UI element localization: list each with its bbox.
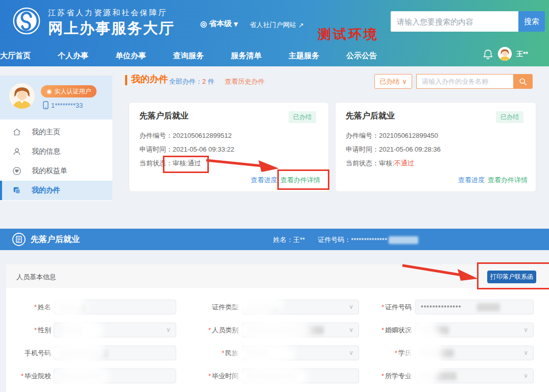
home-icon — [12, 128, 21, 137]
required-icon: * — [208, 326, 211, 334]
id-number-field[interactable]: ************** — [415, 300, 534, 314]
gender-label: *性别 — [6, 326, 51, 335]
redaction-blur — [389, 236, 418, 244]
redacted-value — [247, 303, 278, 311]
graduate-school-field[interactable] — [54, 369, 176, 383]
required-icon: * — [208, 372, 211, 380]
document-circle-icon — [12, 233, 26, 246]
sidebar-menu: 我的主页 我的信息 我的权益单 — [0, 122, 112, 200]
nav-item-service-list[interactable]: 服务清单 — [231, 51, 261, 61]
main-nav: 大厅首页 个人办事 单位办事 查询服务 服务清单 主题服务 公示公告 — [0, 45, 549, 66]
case-card: 先落户后就业 已办结 办件编号：2021050612899512 申请时间：20… — [129, 102, 329, 192]
redacted-value — [59, 326, 82, 334]
name-label: *姓名 — [6, 303, 51, 312]
required-icon: * — [34, 326, 37, 334]
case-search-input[interactable] — [416, 74, 513, 89]
case-number-row: 办件编号：2021050612899512 — [139, 131, 232, 140]
chevron-down-icon: ∨ — [166, 326, 171, 333]
org-name: 江苏省人力资源和社会保障厅 — [48, 8, 168, 18]
caret-down-icon: ▾ — [234, 19, 238, 29]
case-search-button[interactable] — [513, 74, 533, 89]
education-select[interactable]: ∨ — [415, 346, 534, 360]
region-selector[interactable]: ◎ 省本级 ▾ — [200, 19, 238, 29]
nav-item-home[interactable]: 大厅首页 — [0, 51, 31, 61]
site-logo-icon[interactable] — [12, 7, 41, 35]
region-label: 省本级 — [209, 19, 232, 29]
gender-select[interactable]: ∨ — [54, 323, 176, 337]
required-icon: * — [381, 372, 384, 380]
section-accent-bar — [125, 75, 127, 85]
marital-status-select[interactable]: ∨ — [415, 323, 534, 337]
graduation-date-field[interactable] — [242, 369, 359, 383]
print-settle-letter-button[interactable]: 打印落户联系函 — [487, 271, 536, 283]
profile-avatar — [9, 83, 35, 109]
sidebar-item-label: 我的权益单 — [32, 166, 67, 176]
sidebar-item-my-cases[interactable]: 我的办件 — [0, 181, 112, 200]
education-label: *学历 — [349, 349, 412, 358]
external-link-icon: ↗ — [298, 21, 304, 29]
status-filter-select[interactable]: 已办结 ∨ — [374, 74, 412, 89]
auth-badge: ◉ 实人认证用户 — [41, 85, 97, 97]
user-avatar[interactable] — [498, 47, 512, 61]
ethnicity-label: *民族 — [175, 349, 238, 358]
sidebar-item-label: 我的办件 — [32, 186, 60, 195]
chevron-down-icon: ∨ — [523, 372, 528, 379]
id-type-label: 证件类型 — [175, 303, 238, 312]
person-category-select[interactable]: ∨ — [242, 323, 359, 337]
required-icon: * — [381, 326, 384, 334]
history-cases-link[interactable]: 查看历史办件 — [225, 77, 265, 86]
view-progress-link[interactable]: 查看进度 — [458, 176, 485, 185]
nav-item-company[interactable]: 单位办事 — [115, 51, 146, 61]
apply-time: 2021-05-06 09:33:22 — [173, 145, 234, 153]
nav-item-personal[interactable]: 个人办事 — [58, 51, 88, 61]
id-type-select[interactable]: ∨ — [242, 300, 359, 314]
total-cases: 全部办件：2 件 — [169, 77, 214, 86]
sidebar-item-my-rights[interactable]: 我的权益单 — [0, 161, 112, 181]
applicant-name: 王** — [293, 235, 305, 244]
name-field[interactable] — [54, 300, 176, 314]
basic-info-panel: 人员基本信息 打印落户联系函 *姓名 证件类型 ∨ *证件号码 ********… — [6, 264, 549, 392]
redacted-value — [477, 303, 500, 311]
view-detail-link[interactable]: 查看办件详情 — [280, 176, 320, 185]
chevron-down-icon: ∨ — [402, 78, 407, 85]
view-progress-link[interactable]: 查看进度 — [251, 176, 277, 185]
header-search-input[interactable] — [391, 11, 518, 32]
test-environment-watermark: 测试环境 — [318, 26, 379, 43]
major-label: *所学专业 — [349, 372, 412, 381]
sidebar-item-label: 我的信息 — [32, 147, 60, 156]
profile-card: ◉ 实人认证用户 1********33 — [0, 76, 112, 119]
redacted-value — [247, 349, 268, 357]
detail-header-bar: 先落户后就业 姓名：王** 证件号码：************** — [0, 229, 549, 250]
case-number: 2021050612899512 — [173, 132, 232, 139]
person-category-label: *人员类别 — [175, 326, 238, 335]
masked-phone: 1********33 — [51, 102, 83, 109]
portal-link[interactable]: 省人社门户网站 ↗ — [250, 20, 304, 30]
graduate-school-label: *毕业院校 — [6, 372, 51, 381]
required-icon: * — [395, 349, 397, 357]
sidebar-item-my-info[interactable]: 我的信息 — [0, 142, 112, 161]
case-title: 先落户后就业 — [346, 111, 395, 121]
notification-bell-icon[interactable] — [483, 48, 493, 60]
search-icon — [519, 78, 527, 86]
username[interactable]: 王** — [516, 50, 528, 59]
redacted-value — [421, 372, 457, 380]
id-number-label: *证件号码 — [349, 303, 412, 312]
status-value: 审核: — [379, 159, 394, 167]
nav-item-query[interactable]: 查询服务 — [173, 51, 204, 61]
ethnicity-select[interactable]: ∨ — [242, 346, 359, 360]
required-icon: * — [222, 349, 224, 357]
status-filter-value: 已办结 — [379, 77, 399, 86]
major-select[interactable]: ∨ — [415, 369, 534, 383]
current-status-row: 当前状态：审核:不通过 — [346, 159, 414, 168]
header-search-button[interactable]: 搜索 — [518, 11, 545, 32]
sidebar-item-my-home[interactable]: 我的主页 — [0, 122, 112, 142]
phone-icon — [43, 101, 49, 109]
case-number-row: 办件编号：2021050612899450 — [346, 131, 438, 140]
status-badge: 已办结 — [496, 111, 523, 123]
case-title: 先落户后就业 — [139, 111, 188, 121]
mobile-field[interactable] — [54, 346, 176, 360]
graduation-date-label: *毕业时间 — [175, 372, 238, 381]
nav-item-announcements[interactable]: 公示公告 — [346, 51, 377, 61]
view-detail-link[interactable]: 查看办件详情 — [488, 176, 528, 185]
nav-item-theme[interactable]: 主题服务 — [289, 51, 319, 61]
